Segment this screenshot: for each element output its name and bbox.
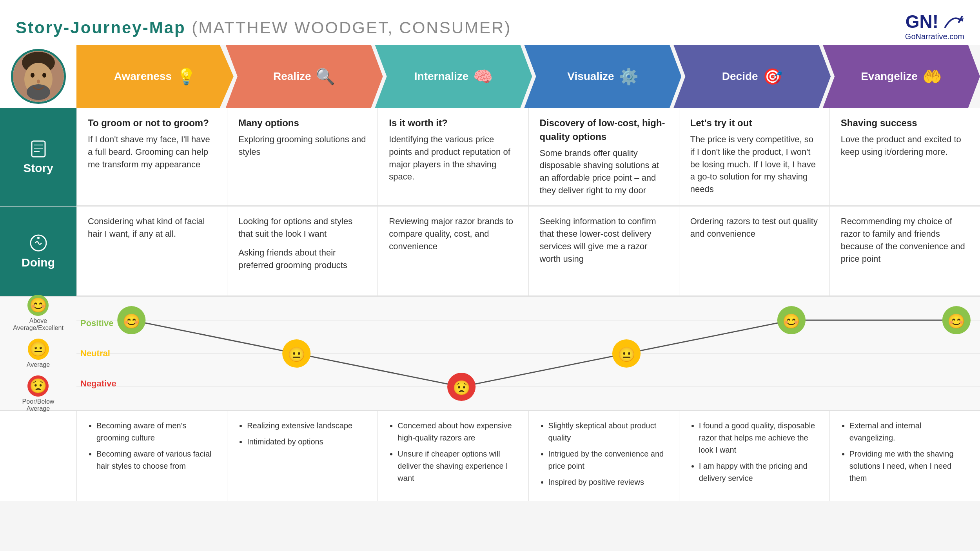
stage-decide: Decide 🎯 <box>673 45 831 108</box>
doing-row-label: Doing <box>0 207 76 296</box>
emotion-section: 😊 AboveAverage/Excellent 😐 Average 😟 Poo… <box>0 297 980 410</box>
story-cell-1-text: Exploring grooming solutions and styles <box>238 133 367 158</box>
avatar <box>11 49 66 104</box>
logo-text: GN! <box>906 11 938 32</box>
bullets-cell-0-item-0: Becoming aware of men's grooming culture <box>96 420 216 444</box>
bullets-cell-2-item-0: Concerned about how expensive high-quali… <box>397 420 517 444</box>
doing-cell-1-item-1: Asking friends about their preferred gro… <box>238 246 367 272</box>
story-cell-0-text: If I don't shave my face, I'll have a fu… <box>88 133 216 171</box>
doing-row: Doing Considering what kind of facial ha… <box>0 207 980 297</box>
story-row-label: Story <box>0 108 76 206</box>
bullets-cell-1-item-1: Intimidated by options <box>247 436 367 448</box>
stage-evangelize: Evangelize 🤲 <box>823 45 980 108</box>
emotion-label-negative: Negative <box>80 379 116 389</box>
emotion-label-positive: Positive <box>80 318 116 328</box>
logo: GN! GoNarrative.com <box>905 11 964 41</box>
emotion-face-positive: 😊 <box>27 295 49 316</box>
bullets-label-col <box>0 411 76 501</box>
stage-awareness: Awareness 💡 <box>76 45 234 108</box>
svg-point-13 <box>37 237 40 239</box>
doing-cell-0-item-0: Considering what kind of facial hair I w… <box>88 215 216 240</box>
story-cell-3-text: Some brands offer quality disposable sha… <box>540 147 668 197</box>
stages-row: Awareness 💡 Realize 🔍 Internalize 🧠 Visu… <box>0 45 980 108</box>
svg-point-7 <box>37 80 40 83</box>
bullets-cell-3: Slightly skeptical about product quality… <box>528 411 679 501</box>
doing-cell-1-item-0: Looking for options and styles that suit… <box>238 215 367 240</box>
logo-sub: GoNarrative.com <box>905 32 964 41</box>
bullets-cell-5-item-0: External and internal evangelizing. <box>849 420 969 444</box>
svg-point-4 <box>27 84 50 100</box>
bullets-cell-0-item-1: Becoming aware of various facial hair st… <box>96 448 216 472</box>
doing-icon <box>29 233 48 253</box>
bullets-cell-2: Concerned about how expensive high-quali… <box>377 411 528 501</box>
svg-text:😐: 😐 <box>288 346 305 363</box>
svg-text:😊: 😊 <box>947 313 965 330</box>
svg-rect-8 <box>32 141 45 157</box>
story-label-text: Story <box>23 161 53 175</box>
emotion-chart-svg: 😊 😐 😟 😐 😊 😊 <box>76 297 980 410</box>
story-cell-4-title: Let's try it out <box>690 116 818 130</box>
svg-text:😐: 😐 <box>618 346 635 363</box>
doing-cell-5: Recommending my choice of razor to famil… <box>829 207 980 296</box>
stage-visualize-label: Visualize <box>567 70 614 83</box>
bullets-cell-5: External and internal evangelizing. Prov… <box>829 411 980 501</box>
stage-awareness-icon: 💡 <box>176 67 196 86</box>
story-cell-1: Many options Exploring grooming solution… <box>227 108 377 206</box>
bullets-cell-3-item-0: Slightly skeptical about product quality <box>548 420 668 444</box>
story-cell-2-title: Is it worth it? <box>389 116 517 130</box>
story-cell-0-title: To groom or not to groom? <box>88 116 216 130</box>
doing-cell-4-item-0: Ordering razors to test out quality and … <box>690 215 818 240</box>
story-row: Story To groom or not to groom? If I don… <box>0 108 980 207</box>
story-icon <box>29 139 48 158</box>
emotion-legend-neutral-label: Average <box>27 361 50 368</box>
stage-realize: Realize 🔍 <box>226 45 383 108</box>
doing-cell-2-item-0: Reviewing major razor brands to compare … <box>389 215 517 253</box>
svg-point-6 <box>42 73 46 78</box>
stage-realize-label: Realize <box>273 70 311 83</box>
svg-text:😊: 😊 <box>782 313 800 330</box>
doing-cell-3: Seeking information to confirm that thes… <box>528 207 679 296</box>
emotion-face-negative: 😟 <box>27 375 49 397</box>
stage-realize-icon: 🔍 <box>316 67 335 86</box>
bullets-cell-1: Realizing extensive landscape Intimidate… <box>227 411 377 501</box>
bullets-cell-4-item-1: I am happy with the pricing and delivery… <box>699 460 818 484</box>
story-cell-4-text: The price is very competitive, so if I d… <box>690 133 818 196</box>
header: Story-Journey-Map (MATTHEW WOODGET, CONS… <box>0 0 980 45</box>
story-cell-3-title: Discovery of low-cost, high-quality opti… <box>540 116 668 144</box>
doing-cell-2: Reviewing major razor brands to compare … <box>377 207 528 296</box>
doing-cell-1: Looking for options and styles that suit… <box>227 207 377 296</box>
story-cell-5: Shaving success Love the product and exc… <box>829 108 980 206</box>
emotion-labels: Positive Neutral Negative <box>80 297 116 410</box>
stage-internalize-label: Internalize <box>414 70 468 83</box>
stage-visualize-icon: ⚙️ <box>619 67 639 86</box>
story-cell-0: To groom or not to groom? If I don't sha… <box>76 108 227 206</box>
bullets-cell-3-item-1: Intrigued by the convenience and price p… <box>548 448 668 472</box>
page-title: Story-Journey-Map (MATTHEW WOODGET, CONS… <box>16 15 511 38</box>
stage-evangelize-label: Evangelize <box>861 70 918 83</box>
emotion-legend-positive: 😊 AboveAverage/Excellent <box>13 295 64 332</box>
story-cells: To groom or not to groom? If I don't sha… <box>76 108 980 206</box>
title-subtitle: (MATTHEW WOODGET, CONSUMER) <box>192 18 511 37</box>
stage-evangelize-icon: 🤲 <box>922 67 942 86</box>
svg-point-5 <box>31 73 34 78</box>
bullets-cell-0: Becoming aware of men's grooming culture… <box>76 411 227 501</box>
bullets-section: Becoming aware of men's grooming culture… <box>0 410 980 501</box>
stage-decide-label: Decide <box>722 70 758 83</box>
story-cell-1-title: Many options <box>238 116 367 130</box>
svg-text:😊: 😊 <box>123 313 140 330</box>
doing-cell-3-item-0: Seeking information to confirm that thes… <box>540 215 668 265</box>
story-cell-5-title: Shaving success <box>841 116 969 130</box>
emotion-legend-neutral: 😐 Average <box>27 339 50 368</box>
doing-cell-5-item-0: Recommending my choice of razor to famil… <box>841 215 969 265</box>
bullets-cell-4: I found a good quality, disposable razor… <box>679 411 829 501</box>
doing-cell-0: Considering what kind of facial hair I w… <box>76 207 227 296</box>
emotion-legend: 😊 AboveAverage/Excellent 😐 Average 😟 Poo… <box>0 297 76 410</box>
story-cell-5-text: Love the product and excited to keep usi… <box>841 133 969 158</box>
bullets-cell-3-item-2: Inspired by positive reviews <box>548 476 668 488</box>
svg-text:😟: 😟 <box>453 379 470 396</box>
stage-internalize: Internalize 🧠 <box>375 45 532 108</box>
emotion-face-neutral: 😐 <box>28 339 49 360</box>
bullets-cell-2-item-1: Unsure if cheaper options will deliver t… <box>397 448 517 484</box>
story-cell-4: Let's try it out The price is very compe… <box>679 108 829 206</box>
doing-label-text: Doing <box>22 256 55 269</box>
